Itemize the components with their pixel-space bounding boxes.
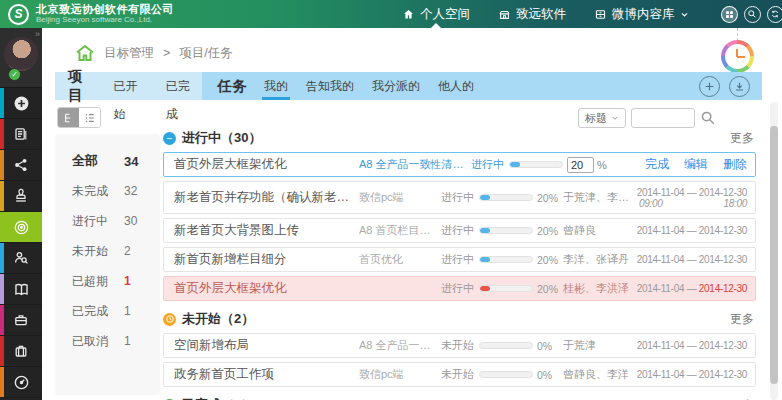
sidebar-item-book[interactable] [0, 274, 42, 305]
task-assignees: 于荒津 [563, 338, 633, 353]
more-link[interactable]: 更多 [730, 397, 756, 400]
search-icon[interactable] [744, 6, 761, 23]
task-status: 进行中 [441, 281, 479, 296]
more-link[interactable]: 更多 [730, 311, 756, 328]
tab-task-informed[interactable]: 告知我的 [304, 72, 356, 100]
count-completed[interactable]: 已完成1 [72, 296, 160, 326]
percent-input[interactable] [567, 157, 594, 173]
finish-link[interactable]: 完成 [645, 156, 669, 173]
top-bar: S 北京致远协创软件有限公司 Beijing Seeyon software C… [0, 0, 782, 28]
more-link[interactable]: 更多 [730, 130, 756, 147]
task-project: A8 全产品一致性清理... [359, 338, 441, 353]
filter-row: 标题 [578, 108, 716, 128]
count-cancelled[interactable]: 已取消1 [72, 326, 160, 356]
task-row[interactable]: 新首页新增栏目细分 首页优化 进行中 20% 李洋、张译丹 2014-11-04… [163, 247, 756, 272]
date-start: 2014-11-04 — [637, 283, 699, 294]
progress-bar [479, 194, 533, 201]
nav-personal-space[interactable]: 个人空间 [390, 0, 482, 28]
sidebar-item-gauge[interactable] [0, 367, 42, 398]
sidebar-item-briefcase[interactable] [0, 305, 42, 336]
sidebar-item-goal-management[interactable] [0, 212, 42, 243]
export-button[interactable] [729, 76, 750, 97]
clock-widget [721, 40, 754, 73]
list-view-icon [84, 112, 96, 124]
download-icon [734, 81, 745, 92]
sync-icon[interactable] [767, 6, 782, 23]
task-status: 进行中 [471, 157, 509, 172]
online-status-badge: ✓ [8, 68, 21, 81]
clock-status-icon[interactable] [163, 313, 176, 326]
tab-project-finished[interactable]: 已完成 [164, 72, 202, 100]
task-project: 首页优化 [359, 252, 441, 267]
nav-seeyon-software[interactable]: 致远软件 [486, 0, 578, 28]
left-sidebar: » ✓ [0, 28, 42, 400]
top-nav: 个人空间 致远软件 微博内容库 [390, 0, 701, 28]
task-project: 致信pc端 [359, 190, 441, 205]
stripe [0, 119, 4, 149]
tab-task-assigned-by-me[interactable]: 我分派的 [370, 72, 422, 100]
task-row[interactable]: 政务新首页工作项 致信pc端 未开始 0% 曾静良、李洋 2014-11-04 … [163, 362, 756, 387]
sidebar-item-contacts[interactable] [0, 243, 42, 274]
collapse-icon[interactable]: − [163, 132, 176, 145]
home-icon [402, 8, 415, 21]
breadcrumb-section[interactable]: 目标管理 [104, 45, 154, 62]
count-in-progress[interactable]: 进行中30 [72, 206, 160, 236]
date-range: 2014-11-04 — 2014-12-30 [633, 187, 747, 198]
task-dates: 2014-11-04 — 2014-12-30 [633, 340, 747, 351]
count-not-started[interactable]: 未开始2 [72, 236, 160, 266]
nav-label: 致远软件 [516, 6, 566, 23]
home-outline-icon[interactable] [75, 44, 95, 62]
tab-task-mine[interactable]: 我的 [262, 72, 290, 100]
apps-icon[interactable] [721, 6, 738, 23]
task-row[interactable]: 首页外层大框架优化 A8 全产品一致性清理... 进行中 % 完成 编辑 删除 [163, 152, 756, 177]
tab-project-started[interactable]: 已开始 [112, 72, 150, 100]
start-time: 09:00 [639, 198, 663, 209]
count-overdue[interactable]: 已超期1 [72, 266, 160, 296]
progress-fill [480, 228, 490, 233]
delete-link[interactable]: 删除 [723, 156, 747, 173]
nav-weibo-library[interactable]: 微博内容库 [582, 0, 701, 28]
count-unfinished[interactable]: 未完成32 [72, 176, 160, 206]
progress-bar [509, 161, 563, 168]
search-input[interactable] [631, 108, 695, 128]
progress-fill [480, 257, 490, 262]
task-title: 首页外层大框架优化 [174, 156, 359, 173]
view-toggle [57, 107, 101, 128]
tree-view-button[interactable] [58, 108, 79, 127]
brand: S 北京致远协创软件有限公司 Beijing Seeyon software C… [0, 4, 250, 25]
count-all[interactable]: 全部34 [72, 146, 160, 176]
chevron-down-icon [611, 114, 619, 122]
task-title: 首页外层大框架优化 [174, 280, 359, 297]
task-title: 政务新首页工作项 [174, 366, 359, 383]
task-row[interactable]: 空间新增布局 A8 全产品一致性清理... 未开始 0% 于荒津 2014-11… [163, 333, 756, 358]
suitcase-icon [13, 343, 29, 359]
sidebar-item-share[interactable] [0, 150, 42, 181]
filter-field-dropdown[interactable]: 标题 [578, 108, 626, 128]
task-dates: 2014-11-04 — 2014-12-30 [633, 369, 747, 380]
search-submit-icon[interactable] [700, 110, 716, 126]
sidebar-item-stamp[interactable] [0, 181, 42, 212]
row-actions: 完成 编辑 删除 [613, 156, 747, 173]
edit-link[interactable]: 编辑 [684, 156, 708, 173]
sidebar-item-news[interactable] [0, 119, 42, 150]
building-icon [498, 8, 511, 21]
user-avatar[interactable] [4, 37, 38, 71]
tab-task-others[interactable]: 他人的 [436, 72, 476, 100]
scrollbar-track[interactable] [770, 102, 778, 400]
sidebar-menu [0, 88, 42, 398]
task-status: 进行中 [441, 190, 479, 205]
expand-sidebar-chevrons[interactable]: » [35, 29, 39, 39]
add-task-button[interactable] [699, 76, 720, 97]
tree-view-icon [63, 112, 75, 124]
toolbar-buttons [699, 76, 762, 97]
scrollbar-thumb[interactable] [770, 126, 778, 384]
progress-percent: 20% [537, 283, 563, 295]
progress-percent: 0% [537, 340, 563, 352]
sidebar-item-add[interactable] [0, 88, 42, 119]
task-row[interactable]: 新老首页并存功能（确认新老框架切换的方式） 致信pc端 进行中 20% 于荒津、… [163, 181, 756, 214]
task-project-link[interactable]: A8 全产品一致性清理... [359, 157, 471, 172]
sidebar-item-suitcase[interactable] [0, 336, 42, 367]
list-view-button[interactable] [79, 108, 100, 127]
task-row-overdue[interactable]: 首页外层大框架优化 进行中 20% 桂彬、李洪泽 2014-11-04 — 20… [163, 276, 756, 301]
task-row[interactable]: 新老首页大背景图上传 A8 首页栏目优化 进行中 20% 曾静良 2014-11… [163, 218, 756, 243]
